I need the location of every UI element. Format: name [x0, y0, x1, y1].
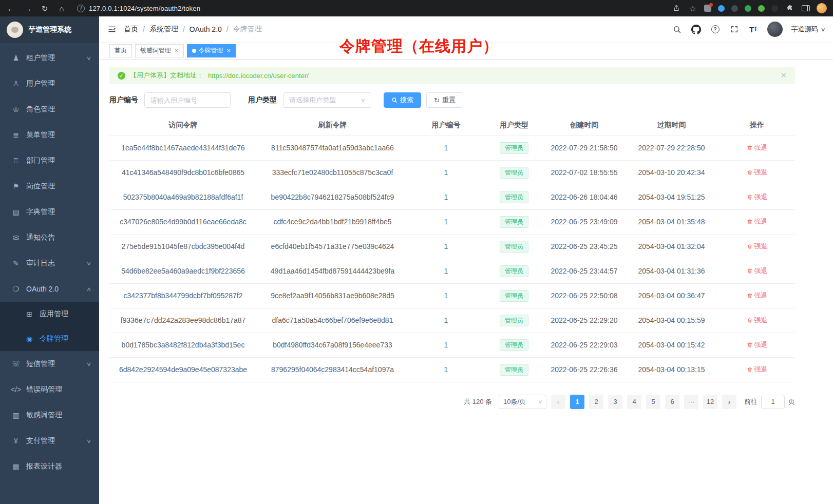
page-button-6[interactable]: 6 [665, 395, 679, 409]
sidebar-item-9-1[interactable]: ◉令牌管理 [0, 326, 99, 351]
reload-icon[interactable]: ↻ [40, 5, 49, 12]
force-logout-button[interactable]: 强退 [747, 340, 768, 350]
sidebar-item-13[interactable]: ¥支付管理∨ [0, 428, 99, 454]
forward-icon[interactable]: → [23, 5, 32, 12]
help-icon[interactable]: ? [710, 24, 721, 34]
extension-blue-icon[interactable] [718, 5, 725, 12]
reset-button[interactable]: ↻ 重置 [426, 92, 463, 108]
bookmark-star-icon[interactable]: ☆ [688, 5, 697, 12]
force-logout-button[interactable]: 强退 [747, 316, 768, 325]
search-button[interactable]: 搜索 [384, 92, 421, 108]
font-size-icon[interactable]: TT [748, 24, 759, 34]
sidebar-item-5[interactable]: ⚑岗位管理 [0, 173, 99, 199]
force-logout-button[interactable]: 强退 [747, 365, 768, 374]
breadcrumb-item[interactable]: OAuth 2.0 [190, 25, 222, 33]
pagination-ellipsis[interactable]: ··· [684, 395, 698, 409]
sidebar-item-9-0[interactable]: ⊞应用管理 [0, 302, 99, 326]
address-bar[interactable]: i 127.0.0.1:1024/system/oauth2/token [77, 5, 200, 12]
home-icon[interactable]: ⌂ [57, 5, 66, 12]
sidebar-item-0[interactable]: ♟租户管理∨ [0, 45, 99, 71]
chevron-down-icon: ∨ [361, 97, 366, 104]
sidebar-item-1[interactable]: ♙用户管理 [0, 71, 99, 96]
breadcrumb-item[interactable]: 系统管理 [149, 25, 178, 34]
cell-user-type: 管理员 [484, 135, 544, 160]
breadcrumb-item[interactable]: 令牌管理 [233, 25, 262, 34]
fullscreen-icon[interactable] [729, 24, 740, 34]
sidebar-item-14[interactable]: ▦报表设计器 [0, 454, 99, 479]
user-type-badge: 管理员 [500, 241, 528, 253]
search-icon[interactable] [672, 24, 683, 34]
tab-1[interactable]: 敏感词管理× [135, 44, 184, 57]
sidebar-item-7[interactable]: ✉通知公告 [0, 225, 99, 250]
force-logout-button[interactable]: 强退 [747, 168, 768, 177]
app-icon: ⊞ [24, 310, 35, 318]
sidebar-item-3[interactable]: ≣菜单管理 [0, 122, 99, 148]
user-avatar[interactable] [767, 22, 783, 37]
force-logout-button[interactable]: 强退 [747, 266, 768, 276]
app-logo[interactable]: 芋道管理系统 [0, 16, 99, 43]
page-button-4[interactable]: 4 [627, 395, 641, 409]
page-button-12[interactable]: 12 [703, 395, 717, 409]
puzzle-extensions-icon[interactable] [785, 3, 795, 13]
table-row: 6d842e2924594de9a09e45e087323abe8796295f… [109, 357, 795, 382]
extension-green2-icon[interactable] [758, 5, 765, 12]
sidebar-item-9[interactable]: ❍OAuth 2.0∧ [0, 276, 99, 302]
sidebar-item-label: 租户管理 [26, 53, 55, 63]
page-button-5[interactable]: 5 [646, 395, 660, 409]
extension-green-icon[interactable] [745, 5, 751, 12]
extension-paw-icon[interactable] [771, 5, 778, 12]
page-button-1[interactable]: 1 [570, 395, 584, 409]
user-id-input[interactable] [144, 92, 231, 108]
close-icon[interactable]: × [175, 47, 179, 54]
page-button-3[interactable]: 3 [608, 395, 622, 409]
sidebar-item-12[interactable]: ▥敏感词管理 [0, 402, 99, 428]
force-logout-button[interactable]: 强退 [747, 192, 768, 202]
sidebar-fold-icon[interactable] [107, 25, 117, 33]
sidebar-item-2[interactable]: ♔角色管理 [0, 96, 99, 122]
cell-user-id: 1 [408, 135, 484, 160]
share-icon[interactable] [671, 3, 681, 13]
force-logout-button[interactable]: 强退 [747, 291, 768, 300]
prev-page-button[interactable]: ‹ [551, 395, 565, 409]
tab-2[interactable]: 令牌管理× [187, 44, 236, 57]
goto-page-input[interactable] [761, 395, 785, 409]
sidebar-item-label: 通知公告 [26, 233, 55, 242]
sensitive-icon: ▥ [10, 411, 22, 419]
back-icon[interactable]: ← [6, 5, 15, 12]
tab-0[interactable]: 首页 [109, 44, 132, 57]
split-view-icon[interactable] [802, 5, 810, 11]
notice-icon: ✉ [10, 234, 22, 242]
force-logout-button[interactable]: 强退 [747, 217, 768, 226]
errcode-icon: </> [10, 385, 22, 394]
sidebar-item-11[interactable]: </>错误码管理 [0, 377, 99, 402]
page-size-select[interactable]: 10条/页 ∨ [499, 395, 546, 409]
page-button-2[interactable]: 2 [589, 395, 603, 409]
doc-link[interactable]: https://doc.iocoder.cn/user-center/ [208, 72, 309, 80]
sidebar-item-10[interactable]: ☏短信管理∨ [0, 351, 99, 377]
browser-profile-avatar[interactable] [817, 3, 827, 13]
breadcrumb-separator: / [226, 25, 229, 33]
site-info-icon[interactable]: i [77, 5, 85, 12]
url-text[interactable]: 127.0.0.1:1024/system/oauth2/token [89, 5, 200, 12]
close-icon[interactable]: ✕ [780, 71, 787, 80]
delete-icon [747, 293, 753, 299]
cell-create-time: 2022-06-26 18:04:46 [544, 185, 624, 209]
next-page-button[interactable]: › [722, 395, 736, 409]
user-type-select[interactable]: 请选择用户类型 ∨ [283, 92, 371, 108]
cell-action: 强退 [719, 259, 795, 283]
tenant-icon: ♟ [10, 54, 22, 62]
force-logout-button[interactable]: 强退 [747, 242, 768, 251]
post-icon: ⚑ [10, 182, 22, 190]
token-table-body: 1ea5e44f8bc1467aaede43144f31de76811c5304… [109, 135, 795, 382]
delete-icon [747, 219, 753, 225]
force-logout-button[interactable]: 强退 [747, 143, 768, 152]
extension-badge-icon[interactable] [704, 5, 711, 12]
extension-dark-icon[interactable] [731, 5, 738, 12]
close-icon[interactable]: × [227, 47, 231, 54]
user-menu[interactable]: 芋道源码 ∨ [791, 25, 825, 34]
sidebar-item-8[interactable]: ✎审计日志∨ [0, 250, 99, 276]
github-icon[interactable] [691, 24, 702, 34]
breadcrumb-item[interactable]: 首页 [124, 25, 138, 34]
sidebar-item-6[interactable]: ▤字典管理 [0, 199, 99, 225]
sidebar-item-4[interactable]: ♖部门管理 [0, 148, 99, 173]
